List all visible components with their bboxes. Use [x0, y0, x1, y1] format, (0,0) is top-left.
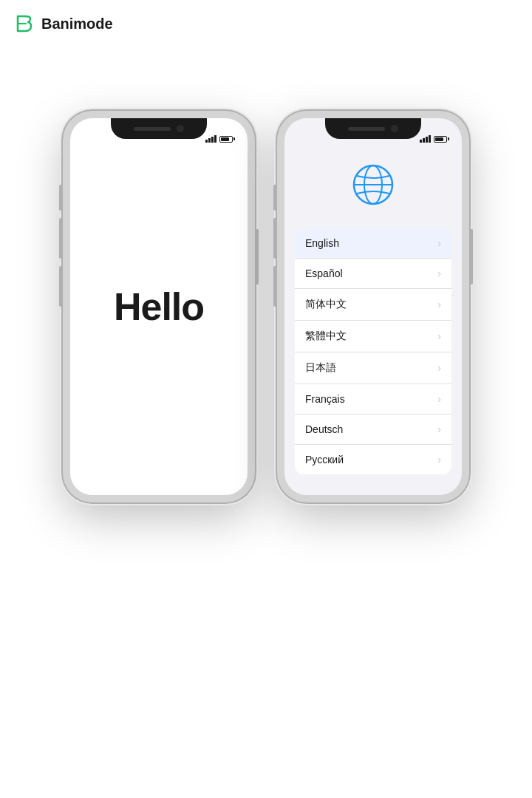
language-screen: English › Español › 简体中文 › 繁體中文 › [284, 118, 462, 495]
signal-icon-left [205, 135, 216, 143]
battery-fill-left [221, 137, 229, 141]
vol-down-button [59, 266, 62, 307]
status-icons-left [205, 135, 233, 143]
language-name-japanese: 日本語 [305, 361, 336, 375]
battery-fill-right [435, 137, 443, 141]
language-name-german: Deutsch [305, 423, 343, 435]
language-name-english: English [305, 237, 339, 249]
globe-icon [351, 163, 395, 207]
language-item-simplified-chinese[interactable]: 简体中文 › [295, 289, 451, 321]
chevron-icon-german: › [437, 423, 441, 435]
chevron-icon-simplified-chinese: › [437, 299, 441, 310]
language-name-french: Français [305, 393, 345, 405]
phones-container: Hello [0, 111, 532, 502]
language-item-japanese[interactable]: 日本語 › [295, 352, 451, 384]
power-button-right [470, 229, 473, 284]
signal-icon-right [420, 135, 431, 143]
notch-speaker-right [348, 127, 385, 131]
notch-speaker [134, 127, 171, 131]
chevron-icon-japanese: › [437, 362, 441, 374]
battery-icon-left [219, 136, 233, 143]
language-name-espanol: Español [305, 267, 343, 279]
phone-right-screen: English › Español › 简体中文 › 繁體中文 › [284, 118, 462, 495]
language-item-russian[interactable]: Русский › [295, 445, 451, 474]
power-button [256, 229, 259, 284]
notch-camera-right [391, 125, 398, 132]
language-list: English › Español › 简体中文 › 繁體中文 › [295, 228, 451, 474]
chevron-icon-espanol: › [437, 267, 441, 279]
chevron-icon-traditional-chinese: › [437, 330, 441, 342]
banimode-logo-icon [15, 13, 35, 34]
phone-left: Hello [63, 111, 255, 502]
chevron-icon-french: › [437, 393, 441, 405]
notch-left [111, 118, 207, 139]
vol-down-button-right [273, 266, 276, 307]
language-item-espanol[interactable]: Español › [295, 259, 451, 289]
hello-screen: Hello [70, 118, 248, 495]
hello-text: Hello [114, 284, 204, 329]
notch-camera [177, 125, 184, 132]
status-icons-right [420, 135, 447, 143]
globe-container [351, 163, 395, 210]
phone-right: English › Español › 简体中文 › 繁體中文 › [277, 111, 469, 502]
language-name-traditional-chinese: 繁體中文 [305, 330, 347, 343]
logo-text: Banimode [41, 16, 113, 33]
language-name-russian: Русский [305, 454, 344, 466]
language-name-simplified-chinese: 简体中文 [305, 298, 347, 311]
phone-left-screen: Hello [70, 118, 248, 495]
vol-up-button-right [273, 218, 276, 259]
vol-up-button [59, 218, 62, 259]
language-item-german[interactable]: Deutsch › [295, 415, 451, 445]
language-item-french[interactable]: Français › [295, 384, 451, 415]
chevron-icon-russian: › [437, 454, 441, 466]
language-item-traditional-chinese[interactable]: 繁體中文 › [295, 321, 451, 352]
notch-right [325, 118, 421, 139]
header: Banimode [15, 13, 113, 34]
battery-icon-right [434, 136, 447, 143]
language-item-english[interactable]: English › [295, 228, 451, 259]
chevron-icon-english: › [437, 237, 441, 249]
